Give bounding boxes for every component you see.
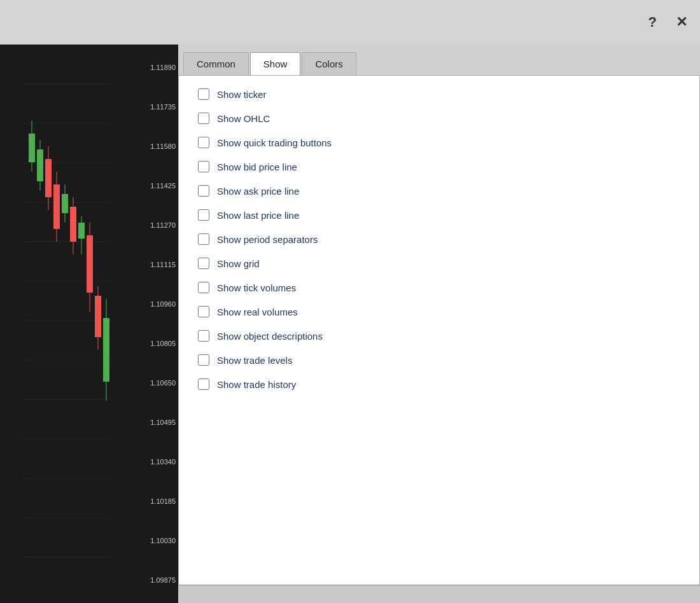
price-label: 1.10960 bbox=[134, 300, 178, 308]
price-label: 1.09875 bbox=[134, 576, 178, 584]
show-object-descriptions-checkbox[interactable] bbox=[198, 330, 209, 342]
tab-common[interactable]: Common bbox=[183, 52, 249, 75]
show-grid-checkbox[interactable] bbox=[198, 258, 209, 269]
price-label: 1.10340 bbox=[134, 458, 178, 466]
show-real-volumes-label[interactable]: Show real volumes bbox=[217, 307, 298, 317]
price-label: 1.10650 bbox=[134, 379, 178, 387]
show-trade-history-checkbox[interactable] bbox=[198, 378, 209, 390]
show-period-separators-label[interactable]: Show period separators bbox=[217, 234, 318, 245]
chart-area: 1.11890 1.11735 1.11580 1.11425 1.11270 … bbox=[0, 45, 178, 603]
price-label: 1.11425 bbox=[134, 182, 178, 190]
price-label: 1.10185 bbox=[134, 497, 178, 505]
bottom-bar bbox=[178, 585, 700, 603]
show-bid-price-checkbox[interactable] bbox=[198, 161, 209, 172]
show-trade-history-item: Show trade history bbox=[198, 378, 680, 390]
close-button[interactable]: ✕ bbox=[676, 14, 687, 31]
svg-rect-33 bbox=[103, 318, 109, 382]
show-ticker-item: Show ticker bbox=[198, 88, 680, 100]
show-tick-volumes-label[interactable]: Show tick volumes bbox=[217, 282, 296, 293]
dialog-area: Common Show Colors Show ticker Show OHLC… bbox=[178, 45, 700, 603]
show-last-price-checkbox[interactable] bbox=[198, 209, 209, 221]
price-label: 1.11890 bbox=[134, 64, 178, 71]
show-quick-trading-label[interactable]: Show quick trading buttons bbox=[217, 137, 332, 148]
svg-rect-25 bbox=[70, 207, 76, 242]
svg-rect-19 bbox=[45, 159, 52, 197]
show-trade-history-label[interactable]: Show trade history bbox=[217, 379, 296, 390]
show-object-descriptions-item: Show object descriptions bbox=[198, 330, 680, 342]
price-label: 1.11735 bbox=[134, 103, 178, 111]
show-ticker-checkbox[interactable] bbox=[198, 88, 209, 100]
main-area: 1.11890 1.11735 1.11580 1.11425 1.11270 … bbox=[0, 45, 700, 603]
tab-colors[interactable]: Colors bbox=[302, 52, 356, 75]
svg-rect-21 bbox=[53, 184, 60, 229]
show-ask-price-checkbox[interactable] bbox=[198, 185, 209, 197]
tab-show[interactable]: Show bbox=[250, 52, 301, 75]
show-bid-price-item: Show bid price line bbox=[198, 161, 680, 172]
show-ohlc-checkbox[interactable] bbox=[198, 113, 209, 124]
show-real-volumes-item: Show real volumes bbox=[198, 306, 680, 317]
price-labels: 1.11890 1.11735 1.11580 1.11425 1.11270 … bbox=[134, 45, 178, 603]
svg-rect-27 bbox=[78, 223, 85, 239]
show-ohlc-label[interactable]: Show OHLC bbox=[217, 113, 270, 124]
svg-rect-31 bbox=[95, 296, 101, 337]
show-grid-item: Show grid bbox=[198, 258, 680, 269]
price-label: 1.10030 bbox=[134, 537, 178, 544]
svg-rect-29 bbox=[87, 235, 93, 293]
show-tick-volumes-checkbox[interactable] bbox=[198, 282, 209, 293]
show-ask-price-item: Show ask price line bbox=[198, 185, 680, 197]
svg-rect-17 bbox=[37, 149, 43, 181]
price-label: 1.11580 bbox=[134, 142, 178, 150]
price-label: 1.10805 bbox=[134, 340, 178, 347]
show-bid-price-label[interactable]: Show bid price line bbox=[217, 162, 297, 172]
show-period-separators-item: Show period separators bbox=[198, 233, 680, 245]
tab-bar: Common Show Colors bbox=[178, 45, 700, 75]
show-quick-trading-checkbox[interactable] bbox=[198, 137, 209, 148]
show-trade-levels-checkbox[interactable] bbox=[198, 354, 209, 366]
price-label: 1.11270 bbox=[134, 221, 178, 229]
show-period-separators-checkbox[interactable] bbox=[198, 233, 209, 245]
show-tab-content: Show ticker Show OHLC Show quick trading… bbox=[178, 75, 700, 585]
show-trade-levels-label[interactable]: Show trade levels bbox=[217, 355, 292, 366]
show-quick-trading-item: Show quick trading buttons bbox=[198, 137, 680, 148]
top-bar: ? ✕ bbox=[0, 0, 700, 45]
show-ticker-label[interactable]: Show ticker bbox=[217, 89, 267, 100]
show-real-volumes-checkbox[interactable] bbox=[198, 306, 209, 317]
help-button[interactable]: ? bbox=[648, 14, 657, 31]
show-last-price-item: Show last price line bbox=[198, 209, 680, 221]
show-tick-volumes-item: Show tick volumes bbox=[198, 282, 680, 293]
show-trade-levels-item: Show trade levels bbox=[198, 354, 680, 366]
svg-rect-23 bbox=[62, 194, 68, 213]
show-last-price-label[interactable]: Show last price line bbox=[217, 210, 299, 221]
show-object-descriptions-label[interactable]: Show object descriptions bbox=[217, 331, 323, 342]
show-grid-label[interactable]: Show grid bbox=[217, 258, 260, 269]
show-ohlc-item: Show OHLC bbox=[198, 113, 680, 124]
price-label: 1.10495 bbox=[134, 419, 178, 426]
show-ask-price-label[interactable]: Show ask price line bbox=[217, 186, 299, 197]
svg-rect-15 bbox=[29, 134, 35, 162]
price-label: 1.11115 bbox=[134, 261, 178, 268]
